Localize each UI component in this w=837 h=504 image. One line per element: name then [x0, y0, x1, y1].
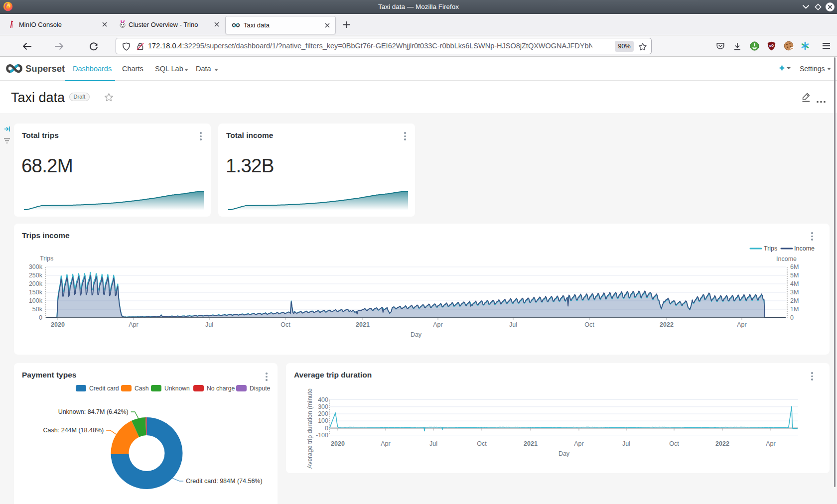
- svg-text:Average trip duration (minute: Average trip duration (minute: [306, 388, 313, 469]
- svg-text:100k: 100k: [29, 297, 43, 304]
- svg-text:2020: 2020: [51, 321, 65, 328]
- svg-text:Dispute: Dispute: [250, 385, 271, 392]
- svg-text:Day: Day: [411, 331, 422, 338]
- svg-text:Apr: Apr: [574, 440, 583, 447]
- svg-text:1M: 1M: [790, 306, 799, 313]
- svg-text:2022: 2022: [660, 321, 674, 328]
- svg-text:Jul: Jul: [509, 321, 517, 328]
- svg-text:200k: 200k: [29, 280, 43, 287]
- svg-text:50k: 50k: [32, 306, 43, 313]
- svg-text:Unknown: Unknown: [164, 385, 190, 392]
- svg-text:Oct: Oct: [280, 321, 290, 328]
- svg-text:Credit card: 984M (74.56%): Credit card: 984M (74.56%): [186, 478, 263, 485]
- svg-text:Oct: Oct: [584, 321, 594, 328]
- svg-text:Day: Day: [558, 450, 570, 457]
- svg-text:Cash: Cash: [135, 385, 148, 392]
- svg-text:Income: Income: [794, 245, 815, 252]
- svg-text:5M: 5M: [790, 272, 799, 279]
- svg-text:Credit card: Credit card: [89, 385, 119, 392]
- svg-text:Cash: 244M (18.48%): Cash: 244M (18.48%): [43, 427, 104, 434]
- svg-text:Trips: Trips: [40, 255, 53, 262]
- svg-text:0: 0: [39, 314, 42, 321]
- svg-text:Apr: Apr: [433, 321, 442, 328]
- svg-text:-100: -100: [316, 432, 328, 439]
- svg-text:Apr: Apr: [737, 321, 746, 328]
- svg-text:Apr: Apr: [766, 440, 775, 447]
- svg-text:2021: 2021: [356, 321, 370, 328]
- svg-text:0: 0: [325, 425, 328, 432]
- svg-text:300: 300: [318, 403, 328, 410]
- svg-text:200: 200: [318, 410, 328, 417]
- svg-text:Jul: Jul: [622, 440, 630, 447]
- svg-text:0: 0: [790, 314, 794, 321]
- svg-text:2022: 2022: [715, 440, 729, 447]
- svg-text:No charge: No charge: [207, 385, 235, 392]
- svg-text:Apr: Apr: [129, 321, 138, 328]
- svg-text:100: 100: [318, 417, 328, 424]
- svg-text:300k: 300k: [29, 263, 43, 270]
- svg-text:2021: 2021: [524, 440, 538, 447]
- svg-text:4M: 4M: [790, 280, 799, 287]
- svg-text:6M: 6M: [790, 263, 799, 270]
- svg-text:Oct: Oct: [477, 440, 487, 447]
- svg-text:Trips: Trips: [764, 245, 777, 252]
- svg-text:2020: 2020: [331, 440, 345, 447]
- svg-text:400: 400: [318, 396, 328, 403]
- svg-text:Unknown: 84.7M (6.42%): Unknown: 84.7M (6.42%): [58, 408, 129, 415]
- svg-text:Jul: Jul: [205, 321, 213, 328]
- svg-text:Income: Income: [776, 255, 797, 262]
- svg-text:250k: 250k: [29, 272, 43, 279]
- svg-text:uO: uO: [769, 44, 774, 47]
- svg-text:150k: 150k: [29, 289, 43, 296]
- svg-text:Oct: Oct: [669, 440, 679, 447]
- svg-text:2M: 2M: [790, 297, 799, 304]
- svg-text:Jul: Jul: [429, 440, 437, 447]
- svg-text:3M: 3M: [790, 289, 799, 296]
- svg-text:Apr: Apr: [381, 440, 390, 447]
